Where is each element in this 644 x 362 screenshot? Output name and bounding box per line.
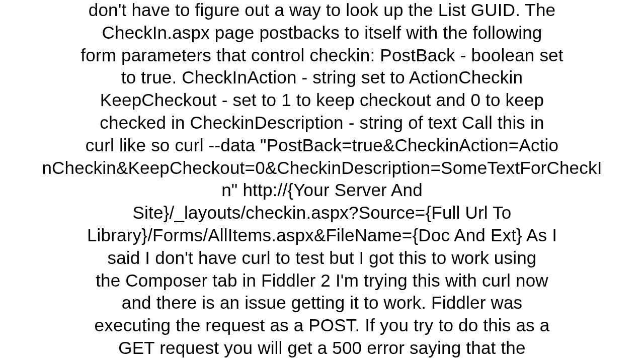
body-text: don't have to figure out a way to look u… [0,0,644,359]
